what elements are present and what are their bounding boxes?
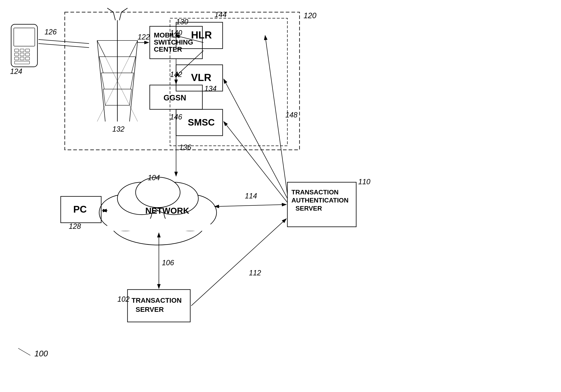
svg-rect-3 (14, 28, 35, 46)
ref-100: 100 (34, 349, 48, 358)
ts-label-line1: TRANSACTION (131, 296, 182, 304)
ref-132: 132 (112, 125, 124, 133)
svg-line-37 (38, 44, 89, 48)
tas-to-hlr-arrow (265, 35, 287, 194)
smsc-label: SMSC (188, 117, 215, 128)
ref-148: 148 (285, 111, 298, 119)
svg-rect-13 (15, 61, 30, 64)
pc-label: PC (73, 204, 87, 215)
ref-144: 144 (215, 11, 227, 19)
vlr-label: VLR (191, 72, 211, 83)
tas-label-line3: SERVER (295, 205, 322, 212)
mobile-phone (11, 24, 37, 67)
tas-label-line2: AUTHENTICATION (291, 196, 348, 204)
ref-124: 124 (10, 67, 22, 76)
svg-rect-12 (25, 57, 30, 60)
ts-tas-arrow (191, 219, 286, 306)
ref-136: 136 (179, 143, 192, 152)
diagram-container: 120 144 124 (0, 0, 561, 392)
svg-rect-44 (107, 219, 210, 231)
tas-to-smsc-arrow (224, 121, 287, 203)
ts-label-line2: SERVER (136, 305, 164, 313)
svg-line-28 (97, 41, 105, 121)
ref-130: 130 (176, 18, 188, 26)
svg-rect-9 (25, 53, 30, 56)
msc-label-line2: SWITCHING (154, 38, 193, 46)
svg-rect-2 (11, 24, 37, 67)
ref-120: 120 (303, 11, 316, 20)
tas-to-vlr-arrow (224, 79, 287, 198)
svg-rect-8 (20, 53, 24, 56)
tas-label-line1: TRANSACTION (291, 188, 339, 196)
ref-112: 112 (249, 269, 261, 277)
hlr-label: HLR (191, 29, 212, 41)
ref-104: 104 (148, 174, 160, 182)
ref-102: 102 (117, 295, 129, 303)
network-label: NETWORK (145, 206, 189, 216)
svg-rect-10 (15, 57, 19, 60)
ref-134: 134 (205, 84, 216, 93)
ref-128: 128 (69, 222, 81, 230)
svg-line-36 (38, 40, 89, 44)
svg-line-29 (129, 41, 138, 121)
svg-line-35 (121, 8, 128, 12)
ref-106: 106 (162, 259, 174, 267)
hlr-vlr-group (170, 18, 287, 146)
svg-rect-4 (15, 49, 19, 52)
svg-line-34 (107, 8, 113, 12)
svg-rect-11 (20, 57, 24, 60)
svg-rect-5 (20, 49, 24, 52)
network-tas-arrow (215, 205, 286, 207)
ref-114: 114 (245, 192, 257, 200)
ref-110: 110 (358, 178, 370, 186)
svg-rect-6 (25, 49, 30, 52)
ref-100-arrow (18, 348, 30, 355)
msc-label-line3: CENTER (154, 45, 182, 53)
ref-122: 122 (138, 33, 150, 41)
ref-126: 126 (44, 28, 57, 36)
ggsn-label: GGSN (163, 94, 186, 102)
svg-line-32 (113, 12, 115, 20)
svg-rect-7 (15, 53, 19, 56)
cell-tower (97, 8, 138, 121)
network-cloud: NETWORK (99, 177, 216, 245)
svg-line-33 (119, 12, 121, 20)
